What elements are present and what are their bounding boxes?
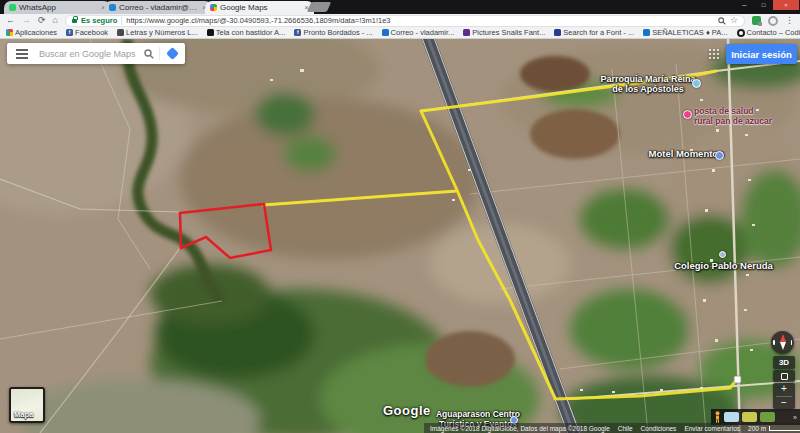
compass-south-needle: [780, 342, 786, 350]
search-input[interactable]: [37, 48, 144, 60]
back-icon[interactable]: ←: [6, 16, 15, 25]
google-logo: Google: [383, 403, 431, 418]
poi-label-parroquia[interactable]: Parroquia María Reina de los Apóstoles: [600, 74, 696, 95]
poi-label-posta-salud[interactable]: posta de salud rural pan de azucar: [694, 107, 794, 127]
tab-correo[interactable]: Correo - vladamir@h... ×: [104, 1, 212, 14]
satellite-map[interactable]: Iniciar sesión Parroquia María Reina de …: [0, 39, 800, 433]
health-poi-icon[interactable]: [683, 110, 692, 119]
bookmark-correo[interactable]: Correo - vladamir...: [382, 28, 455, 37]
divider: [159, 47, 160, 60]
feedback-link[interactable]: Enviar comentarios: [684, 425, 740, 432]
address-bar[interactable]: Es seguro https://www.google.cl/maps/@-3…: [65, 15, 745, 27]
imagery-thumbnail[interactable]: [724, 412, 739, 422]
maps-search-box[interactable]: [7, 43, 185, 64]
zoom-out-button[interactable]: −: [773, 397, 795, 410]
poi-label-line: Parroquia María Reina: [600, 74, 696, 84]
satellite-imagery: [0, 39, 800, 433]
compass-tick: [773, 340, 775, 345]
tab-google-maps[interactable]: Google Maps ×: [205, 1, 314, 14]
compass-north-needle: [780, 334, 786, 342]
tab-title: Correo - vladamir@h...: [119, 3, 199, 12]
apps-grid-icon: [6, 29, 13, 36]
bookmark-star-icon[interactable]: ☆: [730, 16, 738, 25]
zoom-controls: + −: [773, 383, 795, 409]
bookmark-search-font[interactable]: Search for a Font - ...: [554, 28, 634, 37]
tab-whatsapp[interactable]: WhatsApp ×: [4, 1, 111, 14]
divider: [121, 17, 122, 25]
google-apps-grid-icon[interactable]: [709, 49, 711, 51]
maximize-button[interactable]: □: [754, 0, 773, 10]
secure-label: Es seguro: [81, 16, 117, 25]
terms-link[interactable]: Condiciones: [641, 425, 677, 432]
bookmark-label: SEÑALETICAS ♦ PA...: [652, 28, 727, 37]
school-poi-icon[interactable]: [719, 251, 726, 258]
bookmark-senaleticas[interactable]: SEÑALETICAS ♦ PA...: [643, 28, 727, 37]
search-icon[interactable]: [144, 49, 154, 59]
poi-label-line: rural pan de azucar: [694, 117, 794, 127]
bookmarks-bar: Aplicaciones f Facebook Letras y Números…: [0, 27, 800, 39]
map-type-toggle[interactable]: Mapa: [9, 387, 45, 423]
bookmark-letras[interactable]: Letras y Números L...: [117, 28, 198, 37]
bookmark-label: Pronto Bordados - ...: [303, 28, 372, 37]
region-label: Chile: [618, 425, 633, 432]
site-icon: [207, 29, 214, 36]
bookmark-label: Correo - vladamir...: [391, 28, 455, 37]
picture-icon: [463, 29, 470, 36]
google-maps-icon: [210, 4, 217, 11]
whatsapp-icon: [9, 4, 16, 11]
forward-icon[interactable]: →: [22, 16, 31, 25]
route-shield-marker: [734, 376, 741, 383]
window-controls: ─ □ ×: [735, 0, 799, 10]
compass-control[interactable]: [771, 331, 794, 354]
bookmark-facebook[interactable]: f Facebook: [66, 28, 108, 37]
tab-title: WhatsApp: [19, 3, 98, 12]
bookmark-pictures-snails[interactable]: Pictures Snails Fant...: [463, 28, 545, 37]
bookmark-pronto-bordados[interactable]: f Pronto Bordados - ...: [294, 28, 372, 37]
bookmark-aplicaciones[interactable]: Aplicaciones: [6, 28, 57, 37]
page-zoom-icon[interactable]: [718, 17, 726, 25]
home-icon[interactable]: ⌂: [53, 16, 58, 25]
imagery-thumbnail[interactable]: [742, 412, 757, 422]
directions-icon[interactable]: [166, 47, 179, 60]
poi-label-motel[interactable]: Motel Momentos: [648, 149, 724, 160]
extension-icon[interactable]: [752, 16, 761, 25]
minimize-button[interactable]: ─: [735, 0, 754, 10]
facebook-icon: f: [294, 29, 301, 36]
poi-label-line: de los Apóstoles: [600, 84, 696, 94]
scale-label: 200 m: [748, 425, 766, 432]
url-text[interactable]: https://www.google.cl/maps/@-30.0490593,…: [126, 16, 714, 25]
tilt-3d-button[interactable]: 3D: [773, 356, 795, 369]
new-tab-button[interactable]: [307, 2, 331, 12]
bookmark-label: Tela con bastidor A...: [216, 28, 286, 37]
pegman-icon[interactable]: [714, 411, 721, 423]
profile-icon[interactable]: [768, 16, 778, 26]
imagery-attribution: Imágenes ©2018 DigitalGlobe, Datos del m…: [430, 425, 610, 432]
compass-tick: [791, 340, 793, 345]
font-site-icon: [554, 29, 561, 36]
signin-button[interactable]: Iniciar sesión: [726, 44, 797, 64]
site-icon: [117, 29, 124, 36]
browser-menu-icon[interactable]: ⋮: [785, 16, 794, 25]
lodging-poi-icon[interactable]: [715, 151, 724, 160]
bookmark-label: Search for a Font - ...: [563, 28, 634, 37]
bookmark-label: Pictures Snails Fant...: [472, 28, 545, 37]
my-location-button[interactable]: [773, 370, 795, 382]
carousel-expand-icon[interactable]: »: [793, 414, 797, 421]
reload-icon[interactable]: ⟳: [38, 16, 46, 25]
bookmark-contacto-codivial[interactable]: Contacto – Codivial: [737, 28, 800, 37]
close-window-button[interactable]: ×: [773, 0, 799, 10]
site-icon: [737, 29, 745, 37]
facebook-icon: f: [66, 29, 73, 36]
poi-label-line: Motel Momentos: [648, 149, 724, 160]
church-poi-icon[interactable]: [692, 79, 701, 88]
bookmark-label: Letras y Números L...: [126, 28, 198, 37]
zoom-in-button[interactable]: +: [773, 383, 795, 396]
imagery-thumbnail[interactable]: [760, 412, 775, 422]
scale-control[interactable]: 200 m: [748, 425, 800, 432]
site-icon: [643, 29, 650, 36]
menu-hamburger-icon[interactable]: [16, 53, 28, 55]
poi-label-colegio[interactable]: Colegio Pablo Neruda: [666, 261, 781, 272]
bookmark-tela[interactable]: Tela con bastidor A...: [207, 28, 286, 37]
mail-icon: [109, 4, 116, 11]
browser-titlebar: WhatsApp × Correo - vladamir@h... × Goog…: [0, 0, 800, 14]
